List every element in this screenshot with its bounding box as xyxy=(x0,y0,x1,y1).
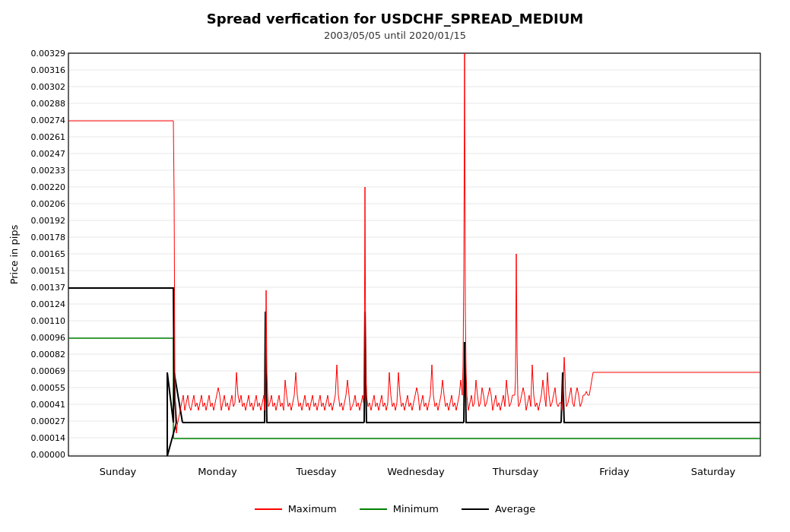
x-label-sunday: Sunday xyxy=(100,466,137,477)
svg-rect-0 xyxy=(68,53,760,456)
x-label-friday: Friday xyxy=(599,466,630,477)
legend: Maximum Minimum Average xyxy=(0,503,790,515)
svg-text:0.00288: 0.00288 xyxy=(31,99,66,109)
y-axis-labels: 0.00000 0.00014 0.00027 0.00041 0.00055 … xyxy=(31,49,66,460)
svg-text:0.00274: 0.00274 xyxy=(31,116,66,125)
svg-text:0.00302: 0.00302 xyxy=(31,82,66,92)
svg-text:0.00027: 0.00027 xyxy=(31,416,66,426)
svg-text:0.00069: 0.00069 xyxy=(31,366,66,376)
svg-text:0.00096: 0.00096 xyxy=(31,333,66,343)
svg-text:0.00192: 0.00192 xyxy=(31,216,66,226)
x-label-saturday: Saturday xyxy=(691,466,736,477)
x-label-thursday: Thursday xyxy=(492,466,539,477)
svg-text:0.00329: 0.00329 xyxy=(31,49,66,59)
x-axis-labels: Sunday Monday Tuesday Wednesday Thursday… xyxy=(100,466,736,477)
y-axis-title: Price in pips xyxy=(8,224,20,284)
svg-text:0.00178: 0.00178 xyxy=(31,233,66,242)
svg-text:0.00247: 0.00247 xyxy=(31,149,66,159)
svg-text:0.00316: 0.00316 xyxy=(31,65,66,75)
legend-item-average: Average xyxy=(462,503,535,515)
chart-subtitle: 2003/05/05 until 2020/01/15 xyxy=(0,30,790,41)
legend-label-minimum: Minimum xyxy=(393,503,439,515)
legend-label-average: Average xyxy=(495,503,535,515)
svg-text:0.00000: 0.00000 xyxy=(31,450,66,460)
svg-text:0.00261: 0.00261 xyxy=(31,132,66,142)
svg-text:0.00110: 0.00110 xyxy=(31,316,66,326)
svg-text:0.00041: 0.00041 xyxy=(31,400,66,410)
legend-line-average xyxy=(462,508,489,510)
x-label-tuesday: Tuesday xyxy=(296,466,337,477)
svg-text:0.00124: 0.00124 xyxy=(31,299,66,309)
svg-text:0.00137: 0.00137 xyxy=(31,283,66,293)
svg-text:0.00233: 0.00233 xyxy=(31,166,66,176)
chart-area: 0.00000 0.00014 0.00027 0.00041 0.00055 … xyxy=(0,46,790,497)
chart-title: Spread verfication for USDCHF_SPREAD_MED… xyxy=(0,0,790,27)
legend-line-maximum xyxy=(255,508,282,510)
legend-label-maximum: Maximum xyxy=(288,503,337,515)
legend-line-minimum xyxy=(360,508,387,510)
svg-text:0.00206: 0.00206 xyxy=(31,199,66,209)
x-label-wednesday: Wednesday xyxy=(387,466,445,477)
chart-svg: 0.00000 0.00014 0.00027 0.00041 0.00055 … xyxy=(0,46,790,494)
legend-item-minimum: Minimum xyxy=(360,503,439,515)
svg-text:0.00151: 0.00151 xyxy=(31,266,66,276)
svg-text:0.00165: 0.00165 xyxy=(31,249,66,259)
svg-text:0.00014: 0.00014 xyxy=(31,433,66,443)
svg-text:0.00220: 0.00220 xyxy=(31,182,66,192)
legend-item-maximum: Maximum xyxy=(255,503,337,515)
x-label-monday: Monday xyxy=(198,466,237,477)
svg-text:0.00055: 0.00055 xyxy=(31,383,66,393)
chart-container: Spread verfication for USDCHF_SPREAD_MED… xyxy=(0,0,790,532)
svg-text:0.00082: 0.00082 xyxy=(31,350,66,359)
